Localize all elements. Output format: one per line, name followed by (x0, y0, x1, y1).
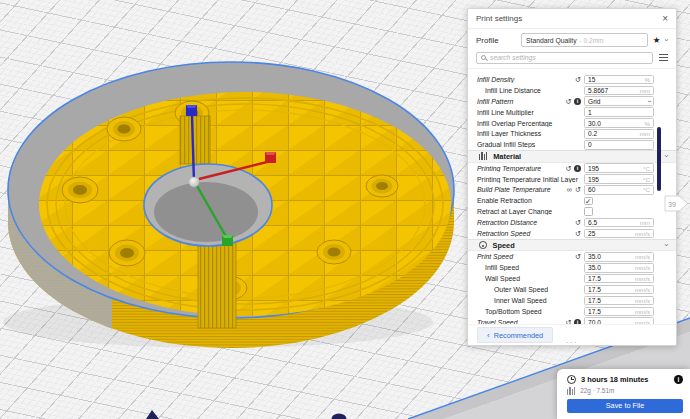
setting-label: Build Plate Temperature (477, 186, 567, 193)
setting-label: Infill (477, 69, 676, 70)
setting-value: 6.5 (588, 219, 640, 226)
chevron-down-icon[interactable]: › (664, 39, 670, 42)
setting-label: Outer Wall Speed (494, 286, 584, 293)
setting-row: Infill Line Distance5.8667mm (468, 85, 676, 96)
setting-input[interactable]: 17.5mm/s (584, 307, 654, 317)
reset-icon[interactable]: ↺ (565, 98, 571, 105)
category-label: Speed (493, 241, 515, 250)
settings-menu-icon[interactable] (659, 54, 668, 61)
setting-value-slot: 195°C (584, 174, 654, 184)
setting-input[interactable]: 17.5mm/s (584, 274, 654, 284)
setting-input[interactable]: 17.5mm/s (584, 285, 654, 295)
resize-handle[interactable]: ··· (566, 338, 579, 347)
setting-row: Retract at Layer Change (468, 206, 676, 217)
setting-row: Gradual Infill Steps0 (468, 139, 676, 150)
setting-unit: mm/s (635, 308, 650, 315)
setting-unit: % (644, 120, 650, 127)
profile-select[interactable]: Standard Quality - 0.2mm (521, 33, 648, 47)
link-icon[interactable]: ∞ (567, 186, 572, 193)
search-input[interactable]: search settings (476, 52, 653, 64)
setting-unit: °C (643, 165, 650, 172)
setting-icons: ↺ (575, 219, 581, 226)
setting-label: Printing Temperature Initial Layer (477, 176, 584, 183)
setting-row: Top/Bottom Speed17.5mm/s (468, 306, 676, 317)
setting-unit: % (644, 76, 650, 83)
category-header-material[interactable]: Material› (468, 150, 676, 163)
setting-value-slot: 60°C (584, 185, 654, 195)
reset-icon[interactable]: ↺ (575, 76, 581, 83)
setting-value-slot: 0.2mm (584, 129, 654, 139)
setting-label: Gradual Infill Steps (477, 141, 584, 148)
setting-input[interactable]: 60°C (584, 185, 654, 195)
print-time-estimate: 3 hours 18 minutes (581, 375, 669, 384)
setting-dropdown[interactable]: Grid› (584, 96, 654, 106)
reset-icon[interactable]: ↺ (575, 230, 581, 237)
setting-unit: mm/s (635, 230, 650, 237)
setting-label: Inner Wall Speed (494, 297, 584, 304)
axis-z-handle[interactable] (186, 105, 197, 116)
category-header-speed[interactable]: Speed› (468, 239, 676, 252)
setting-checkbox[interactable]: ✓ (584, 197, 593, 206)
reset-icon[interactable]: ↺ (565, 165, 571, 172)
setting-input[interactable]: 25mm/s (584, 229, 654, 239)
setting-row: Inner Wall Speed17.5mm/s (468, 295, 676, 306)
profile-row: Profile Standard Quality - 0.2mm ★ › (468, 29, 676, 49)
setting-label: Infill Line Multiplier (477, 109, 584, 116)
setting-checkbox[interactable] (584, 207, 593, 216)
reset-icon[interactable]: ↺ (575, 186, 581, 193)
setting-label: Wall Speed (485, 275, 584, 282)
setting-input[interactable]: 195°C (584, 163, 654, 173)
setting-value: 5.8667 (588, 87, 640, 94)
recommended-button[interactable]: ‹ Recommended (477, 327, 553, 343)
setting-unit: °C (643, 186, 650, 193)
setting-input[interactable]: 35.0mm/s (584, 263, 654, 273)
settings-scrollbar[interactable] (657, 127, 661, 191)
setting-input[interactable]: 35.0mm/s (584, 252, 654, 262)
setting-input[interactable]: 15% (584, 75, 654, 85)
info-icon[interactable]: i (574, 165, 581, 172)
back-arrow-icon: ‹ (487, 331, 490, 340)
setting-value: 30.0 (588, 120, 644, 127)
setting-input[interactable]: 1 (584, 107, 654, 117)
reset-icon[interactable]: ↺ (575, 219, 581, 226)
setting-row: Enable Retraction✓ (468, 195, 676, 206)
setting-value-slot: 35.0mm/s (584, 263, 654, 273)
gizmo-center-handle[interactable] (189, 177, 199, 187)
setting-input[interactable]: 5.8667mm (584, 86, 654, 96)
close-icon[interactable]: × (662, 14, 668, 24)
settings-list: InfillInfill Density↺15%Infill Line Dist… (468, 68, 676, 324)
setting-input[interactable]: 6.5mm (584, 218, 654, 228)
setting-row: Retraction Speed↺25mm/s (468, 228, 676, 239)
recommended-label: Recommended (494, 331, 543, 340)
setting-row: Printing Temperature Initial Layer195°C (468, 174, 676, 185)
setting-unit: mm/s (635, 286, 650, 293)
axis-y-handle[interactable] (222, 235, 233, 246)
setting-value-slot: 195°C (584, 163, 654, 173)
setting-row: Printing Temperature↺i195°C (468, 163, 676, 174)
setting-input[interactable]: 17.5mm/s (584, 296, 654, 306)
setting-label: Infill Speed (485, 264, 584, 271)
setting-input[interactable]: 0.2mm (584, 129, 654, 139)
setting-unit: mm/s (635, 264, 650, 271)
model-disc[interactable] (8, 62, 454, 348)
setting-input[interactable]: 195°C (584, 174, 654, 184)
setting-row: Infill Line Multiplier1 (468, 107, 676, 118)
setting-icons: ↺ (575, 253, 581, 260)
reset-icon[interactable]: ↺ (575, 253, 581, 260)
setting-label: Print Speed (477, 253, 575, 260)
job-material-row: 22g · 7.51m (567, 387, 683, 395)
profile-value: Standard Quality (526, 37, 577, 44)
favorite-star-icon[interactable]: ★ (653, 35, 661, 45)
setting-label: Infill Overlap Percentage (477, 120, 584, 127)
panel-header: Print settings × (468, 9, 676, 29)
setting-input[interactable]: 30.0% (584, 118, 654, 128)
info-icon[interactable]: i (674, 375, 683, 384)
info-icon[interactable]: i (574, 98, 581, 105)
setting-input[interactable]: 0 (584, 140, 654, 150)
setting-value-slot: Grid› (584, 96, 654, 106)
axis-x-handle[interactable] (265, 152, 276, 163)
bottom-clipped-icon (332, 414, 347, 419)
save-to-file-button[interactable]: Save to File (567, 399, 683, 413)
setting-row: Travel Speed↺i70.0mm/s (468, 317, 676, 324)
setting-label: Infill Layer Thickness (477, 130, 584, 137)
